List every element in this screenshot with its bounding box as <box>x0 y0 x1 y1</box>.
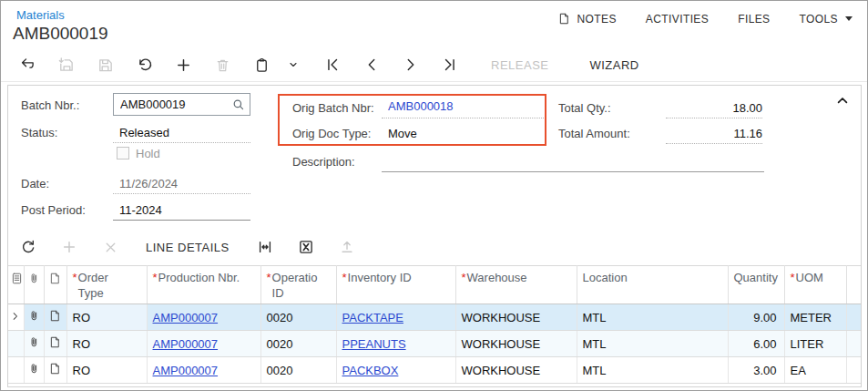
save-icon <box>97 57 114 74</box>
fit-width-button[interactable] <box>249 232 281 262</box>
cell-location[interactable]: MTL <box>577 331 728 357</box>
total-qty-underline <box>666 118 762 118</box>
search-icon[interactable] <box>231 98 246 112</box>
date-label: Date: <box>21 177 49 190</box>
next-record-button[interactable] <box>394 49 427 80</box>
copy-paste-dropdown[interactable] <box>284 49 302 80</box>
inventory-id-link[interactable]: PACKBOX <box>342 364 399 377</box>
add-button[interactable] <box>167 49 199 80</box>
save-button[interactable] <box>88 49 121 80</box>
breadcrumb[interactable]: Materials <box>16 8 65 22</box>
cell-production-nbr[interactable]: AMP000007 <box>147 357 260 384</box>
row-note-cell[interactable] <box>44 357 66 384</box>
column-header-warehouse[interactable]: *Warehouse <box>455 266 577 304</box>
column-header-production-nbr[interactable]: *Production Nbr. <box>147 266 260 304</box>
copy-paste-button[interactable] <box>245 49 278 80</box>
menu-item-tools[interactable]: TOOLS <box>800 13 853 26</box>
post-period-field[interactable]: 11-2024 <box>119 203 162 217</box>
cell-warehouse[interactable]: WORKHOUSE <box>455 331 577 357</box>
cell-quantity[interactable]: 6.00 <box>728 331 784 357</box>
row-note-cell[interactable] <box>44 331 66 357</box>
wizard-button[interactable]: WIZARD <box>584 51 644 79</box>
form-panel: Batch Nbr.: Status: Released Hold Date: … <box>7 85 862 387</box>
paperclip-icon <box>27 335 41 349</box>
total-qty-value: 18.00 <box>666 101 762 115</box>
batch-nbr-input[interactable] <box>114 98 231 111</box>
row-paperclip-cell[interactable] <box>24 331 44 357</box>
last-record-button[interactable] <box>434 49 466 80</box>
column-header-location[interactable]: Location <box>577 266 728 304</box>
description-underline <box>382 171 764 172</box>
row-note-cell[interactable] <box>44 304 66 331</box>
grid-add-row-button[interactable] <box>53 232 86 262</box>
cell-order-type[interactable]: RO <box>66 331 147 357</box>
inventory-id-link[interactable]: PPEANUTS <box>342 337 406 351</box>
cell-operation-id[interactable]: 0020 <box>260 357 336 384</box>
cell-uom[interactable]: LITER <box>784 331 846 357</box>
first-record-icon <box>324 57 341 73</box>
orig-batch-nbr-link[interactable]: AMB000018 <box>388 99 454 113</box>
undo-button[interactable] <box>128 49 160 80</box>
column-header-order-type[interactable]: *Order Type <box>66 266 147 304</box>
cell-warehouse[interactable]: WORKHOUSE <box>455 357 577 384</box>
cell-production-nbr[interactable]: AMP000007 <box>147 304 260 331</box>
hold-checkbox[interactable] <box>117 147 129 159</box>
orig-batch-nbr-underline <box>382 118 544 118</box>
grid-header-row: *Order Type *Production Nbr. *Operatio I… <box>8 266 861 304</box>
cell-operation-id[interactable]: 0020 <box>260 331 336 357</box>
cell-uom[interactable]: METER <box>784 304 846 331</box>
column-header-uom[interactable]: *UOM <box>784 266 846 304</box>
upload-button[interactable] <box>331 232 363 262</box>
cell-inventory-id[interactable]: PACKBOX <box>336 357 455 384</box>
last-record-icon <box>442 57 458 73</box>
cell-uom[interactable]: EA <box>784 357 846 384</box>
collapse-panel-button[interactable] <box>832 90 853 110</box>
cell-warehouse[interactable]: WORKHOUSE <box>455 304 577 331</box>
cell-operation-id[interactable]: 0020 <box>260 304 336 331</box>
inventory-id-link[interactable]: PACKTAPE <box>342 311 403 324</box>
production-nbr-link[interactable]: AMP000007 <box>153 337 219 351</box>
total-amount-label: Total Amount: <box>558 127 630 140</box>
production-nbr-link[interactable]: AMP000007 <box>153 311 219 324</box>
cell-production-nbr[interactable]: AMP000007 <box>147 331 260 357</box>
back-button[interactable] <box>10 49 43 80</box>
cell-inventory-id[interactable]: PACKTAPE <box>336 304 455 331</box>
table-row[interactable]: RO AMP000007 0020 PACKBOX WORKHOUSE MTL … <box>8 357 861 384</box>
menu-item-files[interactable]: FILES <box>738 13 770 26</box>
export-excel-button[interactable] <box>290 232 322 262</box>
row-settings-header[interactable] <box>8 266 24 304</box>
grid-delete-row-button[interactable] <box>94 232 127 262</box>
first-record-button[interactable] <box>316 49 349 80</box>
upload-icon <box>339 239 355 255</box>
menu-item-files-label: FILES <box>738 13 770 26</box>
table-row[interactable]: RO AMP000007 0020 PPEANUTS WORKHOUSE MTL… <box>8 331 861 357</box>
cell-location[interactable]: MTL <box>577 304 728 331</box>
table-row[interactable]: RO AMP000007 0020 PACKTAPE WORKHOUSE MTL… <box>8 304 861 331</box>
cell-order-type[interactable]: RO <box>66 304 147 331</box>
refresh-button[interactable] <box>12 232 45 262</box>
line-details-button[interactable]: LINE DETAILS <box>140 233 235 262</box>
plus-icon <box>61 239 77 255</box>
column-header-inventory-id[interactable]: *Inventory ID <box>336 266 455 304</box>
note-column-header[interactable] <box>44 266 66 304</box>
previous-record-button[interactable] <box>355 49 388 80</box>
cell-quantity[interactable]: 3.00 <box>728 357 784 384</box>
row-paperclip-cell[interactable] <box>24 304 44 331</box>
column-header-operation-id[interactable]: *Operatio ID <box>260 266 336 304</box>
save-and-close-button[interactable] <box>49 49 82 80</box>
cell-location[interactable]: MTL <box>577 357 728 384</box>
release-button[interactable]: RELEASE <box>485 51 554 79</box>
row-paperclip-cell[interactable] <box>24 357 44 384</box>
menu-item-notes[interactable]: NOTES <box>557 12 616 26</box>
delete-button[interactable] <box>206 49 239 80</box>
cell-order-type[interactable]: RO <box>66 357 147 384</box>
cell-quantity[interactable]: 9.00 <box>728 304 784 331</box>
menu-item-activities[interactable]: ACTIVITIES <box>646 13 709 26</box>
paperclip-column-header[interactable] <box>24 266 44 304</box>
description-label: Description: <box>292 155 355 169</box>
production-nbr-link[interactable]: AMP000007 <box>153 364 219 377</box>
cell-inventory-id[interactable]: PPEANUTS <box>336 331 455 357</box>
post-period-label: Post Period: <box>21 203 86 217</box>
column-header-quantity[interactable]: Quantity <box>728 266 784 304</box>
paperclip-icon <box>27 272 41 285</box>
